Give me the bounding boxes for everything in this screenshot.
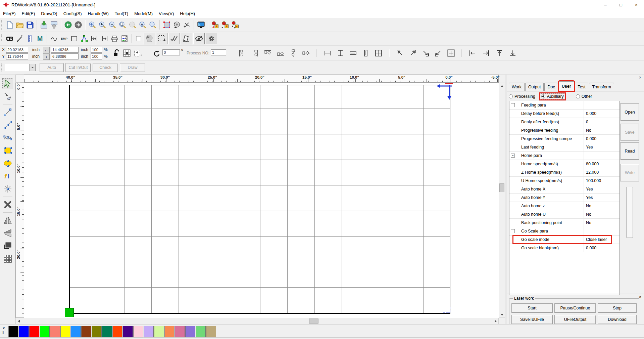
zoom-pan-icon[interactable] — [87, 20, 97, 30]
radio-processing[interactable]: Processing — [509, 94, 535, 99]
color-swatch[interactable] — [175, 326, 185, 338]
param-group-row[interactable]: −Home para — [509, 152, 620, 160]
select-arrow-icon[interactable] — [2, 78, 13, 89]
param-row[interactable]: Auto home UNo — [509, 210, 620, 219]
panel-mini-scrollbar[interactable] — [626, 187, 633, 238]
delete-icon[interactable] — [2, 199, 13, 210]
h-align-icon[interactable] — [99, 34, 109, 44]
collapse-icon[interactable]: − — [511, 229, 515, 233]
same-size-v-icon[interactable] — [362, 49, 370, 57]
collapse-icon[interactable]: − — [511, 154, 515, 158]
tab-user[interactable]: User — [559, 81, 574, 91]
color-swatch[interactable] — [81, 326, 91, 338]
open-button[interactable]: Open — [620, 103, 639, 121]
to-bottom-right-icon[interactable] — [422, 49, 430, 57]
mirror-vertical-icon[interactable] — [2, 228, 13, 239]
bmp-icon[interactable]: BMP — [59, 34, 69, 44]
param-row[interactable]: Dealy after feed(ms)0 — [509, 118, 620, 126]
param-group-row[interactable]: −Feeding para — [509, 101, 620, 110]
color-swatch[interactable] — [164, 326, 175, 338]
menu-draw[interactable]: Draw(D) — [38, 9, 60, 18]
import-icon[interactable] — [39, 20, 49, 30]
align-bottom-icon[interactable] — [277, 49, 285, 57]
zoom-select-icon[interactable]: A — [138, 20, 148, 30]
laser-device-icon[interactable] — [5, 34, 15, 44]
output-select-checkbox[interactable] — [134, 34, 144, 44]
canvas-horizontal-scrollbar[interactable] — [15, 318, 499, 324]
color-swatch[interactable] — [185, 326, 195, 338]
export-icon[interactable] — [49, 20, 59, 30]
point-tool-icon[interactable] — [2, 183, 13, 194]
scroll-left-icon[interactable] — [16, 318, 21, 324]
align-center-h-icon[interactable] — [302, 49, 310, 57]
rectangle-tool-icon[interactable] — [2, 145, 13, 156]
drawing-canvas[interactable] — [24, 83, 499, 318]
color-swatch[interactable] — [206, 326, 216, 338]
align-right-icon[interactable] — [251, 49, 259, 57]
h-distance-icon[interactable] — [89, 34, 99, 44]
pick-color-icon[interactable] — [15, 34, 25, 44]
to-bottom-left-icon[interactable] — [434, 49, 442, 57]
arrow-bottom-edge-icon[interactable] — [509, 49, 517, 57]
maximize-button[interactable]: □ — [613, 0, 629, 9]
color-swatch[interactable] — [196, 326, 206, 338]
width-field[interactable] — [51, 47, 79, 53]
rotate-icon[interactable] — [152, 49, 162, 59]
tab-test[interactable]: Test — [575, 83, 589, 91]
select-frame-icon[interactable] — [156, 33, 167, 44]
align-left-icon[interactable] — [238, 49, 246, 57]
mirror-horizontal-icon[interactable] — [2, 215, 13, 226]
color-swatch[interactable] — [29, 326, 39, 338]
ufile-output-button[interactable]: UFileOutput — [554, 315, 596, 324]
palette-close-icon[interactable]: x — [3, 326, 5, 330]
scale-x-field[interactable] — [91, 47, 102, 53]
scroll-down-icon[interactable] — [499, 312, 505, 317]
param-row[interactable]: Delay before feed(s)0.000 — [509, 110, 620, 118]
laser-panel-close-icon[interactable]: × — [639, 295, 641, 299]
text-tool-icon[interactable]: fI — [2, 171, 13, 181]
gear-icon[interactable] — [206, 33, 217, 44]
param-row[interactable]: Go scale blank(mm)0.000 — [509, 244, 620, 252]
start-button[interactable]: Start — [511, 303, 553, 313]
zoom-all-icon[interactable] — [128, 20, 138, 30]
edit-node-icon[interactable] — [2, 91, 13, 102]
param-group-row[interactable]: −Go Scale para — [509, 227, 620, 236]
vscroll-thumb[interactable] — [499, 183, 504, 192]
color-swatch[interactable] — [8, 326, 18, 338]
color-swatch[interactable] — [102, 326, 112, 338]
collapse-icon[interactable]: − — [511, 103, 515, 107]
material-m-icon[interactable]: M — [35, 34, 45, 44]
menu-help[interactable]: Help(H) — [177, 9, 198, 18]
x-position-field[interactable] — [6, 47, 28, 53]
to-top-left-icon[interactable] — [396, 49, 404, 57]
param-row[interactable]: Progressive feedingNo — [509, 126, 620, 135]
rotate-angle-field[interactable] — [162, 49, 180, 55]
save-icon[interactable] — [25, 20, 35, 30]
color-swatch[interactable] — [112, 326, 122, 338]
color-swatch[interactable] — [154, 326, 164, 338]
scroll-right-icon[interactable] — [493, 318, 498, 324]
track-icon[interactable] — [172, 20, 182, 30]
radio-auxilliary[interactable]: Auxilliary — [540, 93, 565, 99]
palette-drag-handle[interactable]: ‖ — [2, 331, 4, 335]
zoom-in-icon[interactable] — [97, 20, 107, 30]
simulate-a-icon[interactable]: A — [210, 20, 220, 30]
color-swatch[interactable] — [123, 326, 133, 338]
align-top-icon[interactable] — [264, 49, 272, 57]
same-size-icon[interactable] — [375, 49, 383, 57]
download-button[interactable]: Download — [598, 315, 637, 324]
camera-icon[interactable] — [144, 33, 155, 44]
canvas-vertical-scrollbar[interactable] — [499, 83, 505, 318]
combo-dropdown-icon[interactable] — [29, 64, 35, 71]
check-button[interactable]: Check — [93, 63, 118, 72]
lock-ratio-icon[interactable] — [112, 47, 121, 59]
menu-edit[interactable]: Edit(E) — [19, 9, 38, 18]
tab-work[interactable]: Work — [509, 83, 525, 91]
anchor-select[interactable] — [5, 64, 36, 71]
double-check-icon[interactable] — [168, 33, 180, 44]
position-mode-icon[interactable] — [133, 47, 144, 59]
menu-model[interactable]: Model(M) — [131, 9, 156, 18]
line-icon[interactable] — [2, 107, 13, 118]
select-rect-icon[interactable] — [162, 20, 172, 30]
param-row[interactable]: Home speed(mm/s)80.000 — [509, 160, 620, 168]
